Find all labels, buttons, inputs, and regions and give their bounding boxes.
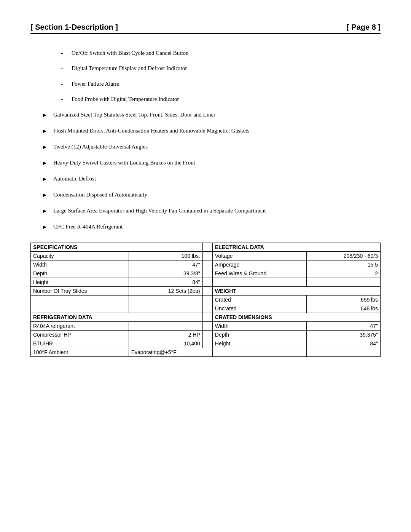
spec-label: Depth (212, 330, 306, 339)
list-item: - On/Off Switch with Blast Cycle and Can… (61, 49, 381, 58)
arrow-icon: ► (42, 127, 53, 135)
refrigeration-header: REFRIGERATION DATA (31, 313, 203, 321)
empty-cell (315, 348, 380, 356)
empty-cell (307, 339, 315, 348)
table-row: Capacity 100 lbs. Voltage 208/230 - 60/3 (31, 251, 381, 260)
arrow-icon: ► (42, 223, 53, 231)
spec-value: 100 lbs. (129, 251, 202, 260)
spec-value: 47" (315, 321, 380, 330)
empty-cell (202, 321, 212, 330)
empty-cell (307, 269, 315, 278)
empty-cell (307, 278, 315, 286)
list-item: ► Twelve (12) Adjustable Universal Angle… (42, 143, 381, 151)
spec-label: Capacity (31, 251, 129, 260)
list-item: ► Heavy Duty Swivel Casters with Locking… (42, 159, 381, 167)
list-item: ► Automatic Defrost (42, 175, 381, 183)
section-title: [ Section 1-Description ] (30, 23, 118, 32)
arrow-list: ► Galvanized Steel Top Stainless Steel T… (42, 111, 381, 231)
empty-cell (315, 278, 380, 286)
spec-label: Feed Wires & Ground (212, 269, 306, 278)
spec-value: 47" (129, 260, 202, 269)
weight-header: WEIGHT (212, 286, 380, 295)
electrical-header: ELECTRICAL DATA (212, 243, 380, 251)
spec-label: Depth (31, 269, 129, 278)
spec-label: Number Of Tray Slides (31, 286, 129, 295)
spec-label: Height (31, 278, 129, 286)
arrow-icon: ► (42, 175, 53, 183)
spec-label: Width (212, 321, 306, 330)
list-item: - Digital Temperature Display and Defros… (61, 64, 381, 73)
dash-item-text: Power Failure Alarm (72, 80, 119, 88)
dash-list: - On/Off Switch with Blast Cycle and Can… (61, 49, 381, 104)
page-header: [ Section 1-Description ] [ Page 8 ] (30, 23, 381, 34)
specs-section: SPECIFICATIONS ELECTRICAL DATA Capacity … (30, 243, 381, 357)
table-row: SPECIFICATIONS ELECTRICAL DATA (31, 243, 381, 251)
table-row: BTU/HR 10,400 Height 84" (31, 339, 381, 348)
empty-cell (202, 251, 212, 260)
table-row: Compressor HP 2 HP Depth 39.375" (31, 330, 381, 339)
dash-icon: - (61, 64, 72, 73)
table-row: REFRIGERATION DATA CRATED DIMENSIONS (31, 313, 381, 321)
arrow-item-text: Twelve (12) Adjustable Universal Angles (53, 143, 148, 151)
empty-cell (202, 313, 212, 321)
spec-value: 2 HP (129, 330, 202, 339)
spec-value: 39.375" (315, 330, 380, 339)
list-item: ► Galvanized Steel Top Stainless Steel T… (42, 111, 381, 119)
empty-cell (202, 286, 212, 295)
table-row: Width 47" Amperage 15.5 (31, 260, 381, 269)
arrow-item-text: Large Surface Area Evaporator and High V… (53, 207, 266, 215)
dash-icon: - (61, 49, 72, 58)
table-row: Uncrated 648 lbs (31, 304, 381, 313)
list-item: - Power Failure Alarm (61, 80, 381, 88)
spec-value: 84" (315, 339, 380, 348)
empty-cell (129, 295, 202, 304)
empty-cell (307, 330, 315, 339)
spec-label: BTU/HR (31, 339, 129, 348)
empty-cell (202, 243, 212, 251)
arrow-icon: ► (42, 111, 53, 119)
empty-cell (212, 278, 306, 286)
empty-cell (202, 260, 212, 269)
empty-cell (129, 304, 202, 313)
spec-value: 10,400 (129, 339, 202, 348)
spec-value: 2 (315, 269, 380, 278)
spec-label: Height (212, 339, 306, 348)
spec-value: 648 lbs (315, 304, 380, 313)
empty-cell (307, 295, 315, 304)
table-row: Number Of Tray Slides 12 Sets (2ea) WEIG… (31, 286, 381, 295)
arrow-icon: ► (42, 207, 53, 215)
empty-cell (202, 269, 212, 278)
list-item: ► Flush Mounted Doors, Anti-Condensation… (42, 127, 381, 135)
arrow-item-text: Galvanized Steel Top Stainless Steel Top… (53, 111, 215, 119)
list-item: ► Large Surface Area Evaporator and High… (42, 207, 381, 215)
empty-cell (307, 321, 315, 330)
dash-item-text: Food Probe with Digital Temperature Indi… (72, 95, 179, 103)
empty-cell (202, 339, 212, 348)
spec-label: 100°F Ambient (31, 348, 129, 356)
empty-cell (307, 260, 315, 269)
spec-value: 84" (129, 278, 202, 286)
empty-cell (202, 330, 212, 339)
dash-item-text: On/Off Switch with Blast Cycle and Cance… (72, 49, 189, 57)
spec-value: 39 3/8" (129, 269, 202, 278)
empty-cell (202, 295, 212, 304)
list-item: ► Condensation Disposed of Automatically (42, 191, 381, 199)
page-number: [ Page 8 ] (347, 23, 381, 32)
table-row: Height 84" (31, 278, 381, 286)
empty-cell (212, 348, 306, 356)
specs-table: SPECIFICATIONS ELECTRICAL DATA Capacity … (30, 243, 381, 357)
arrow-item-text: Automatic Defrost (53, 175, 96, 183)
spec-value: 15.5 (315, 260, 380, 269)
spec-label: R404A refrigerant (31, 321, 129, 330)
table-row: Depth 39 3/8" Feed Wires & Ground 2 (31, 269, 381, 278)
spec-value: 12 Sets (2ea) (129, 286, 202, 295)
empty-cell (307, 348, 315, 356)
arrow-icon: ► (42, 143, 53, 151)
list-item: ► CFC Free R-404A Refrigerant (42, 223, 381, 231)
dash-icon: - (61, 80, 72, 88)
arrow-item-text: CFC Free R-404A Refrigerant (53, 223, 123, 231)
spec-label: Voltage (212, 251, 306, 260)
spec-label: Crated (212, 295, 306, 304)
table-row: R404A refrigerant Width 47" (31, 321, 381, 330)
table-row: 100°F Ambient Evaporating@+5°F (31, 348, 381, 356)
